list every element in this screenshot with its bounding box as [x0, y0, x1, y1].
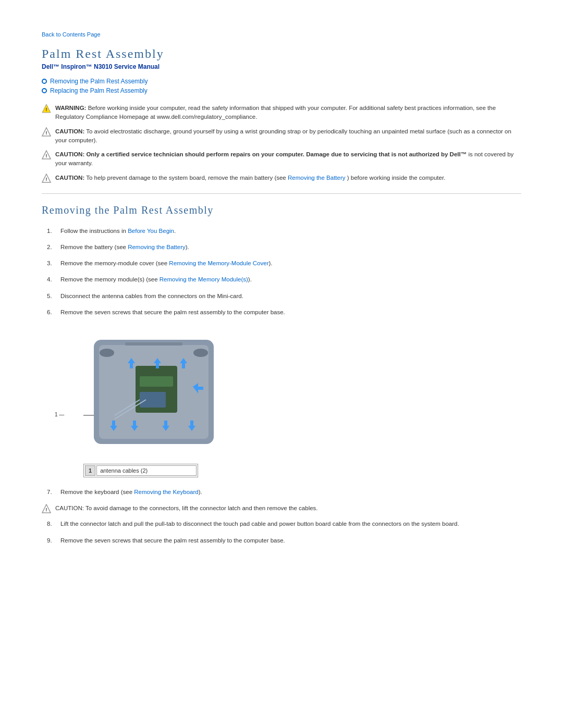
step-2: 2. Remove the battery (see Removing the …: [47, 243, 521, 252]
caution-notice-3: ! CAUTION: To help prevent damage to the…: [42, 174, 521, 183]
caution-text-1: CAUTION: To avoid electrostatic discharg…: [55, 127, 521, 145]
caution-text-3: CAUTION: To help prevent damage to the s…: [55, 174, 521, 182]
warning-icon: !: [42, 104, 51, 113]
svg-text:!: !: [46, 130, 47, 135]
legend-table: 1 antenna cables (2): [83, 464, 198, 477]
caution-icon-inline: !: [42, 504, 51, 513]
step-7-text: Remove the keyboard (see Removing the Ke…: [60, 488, 202, 497]
step-num-4: 4.: [47, 275, 57, 284]
step-num-9: 9.: [47, 536, 57, 545]
laptop-diagram: [83, 335, 224, 452]
step-5-text: Disconnect the antenna cables from the c…: [60, 292, 243, 301]
toc-link-removing[interactable]: Removing the Palm Rest Assembly: [50, 78, 148, 85]
step-5: 5. Disconnect the antenna cables from th…: [47, 292, 521, 301]
svg-rect-14: [140, 376, 173, 387]
legend-label: antenna cables (2): [96, 465, 197, 476]
step-1-link[interactable]: Before You Begin: [128, 228, 174, 234]
svg-text:!: !: [46, 507, 47, 512]
caution-label-2: CAUTION:: [55, 151, 86, 157]
warning-label: WARNING:: [55, 105, 86, 111]
product-subtitle: Dell™ Inspiron™ N3010 Service Manual: [42, 63, 521, 70]
toc-list: Removing the Palm Rest Assembly Replacin…: [42, 78, 521, 94]
step-num-5: 5.: [47, 292, 57, 301]
caution-icon-3: !: [42, 174, 51, 183]
step-8: 8. Lift the connector latch and pull the…: [47, 520, 521, 528]
steps-list-1: 1. Follow the instructions in Before You…: [47, 227, 521, 317]
toc-link-replacing[interactable]: Replacing the Palm Rest Assembly: [50, 87, 148, 94]
svg-text:!: !: [46, 107, 47, 112]
image-section: 1 —: [83, 335, 224, 453]
warning-notice: ! WARNING: Before working inside your co…: [42, 104, 521, 122]
step-num-6: 6.: [47, 308, 57, 317]
svg-text:!: !: [46, 153, 47, 158]
step-4-link[interactable]: Removing the Memory Module(s): [160, 276, 248, 282]
step-6-text: Remove the seven screws that secure the …: [60, 308, 285, 317]
caution-label-3: CAUTION:: [55, 175, 84, 181]
divider: [42, 193, 521, 194]
svg-point-11: [193, 349, 208, 357]
caution-inline-1: ! CAUTION: To avoid damage to the connec…: [42, 504, 521, 513]
steps-list-2: 7. Remove the keyboard (see Removing the…: [47, 488, 521, 497]
page-title: Palm Rest Assembly: [42, 47, 521, 61]
caution-bold-2: Only a certified service technician shou…: [86, 151, 467, 157]
step-3: 3. Remove the memory-module cover (see R…: [47, 259, 521, 268]
section-title-removing: Removing the Palm Rest Assembly: [42, 204, 521, 216]
caution-suffix-3: ) before working inside the computer.: [347, 175, 446, 181]
caution-link-3[interactable]: Removing the Battery: [288, 175, 346, 181]
step-9-text: Remove the seven screws that secure the …: [60, 536, 285, 545]
svg-text:!: !: [46, 177, 47, 182]
step-1-text: Follow the instructions in Before You Be…: [60, 227, 176, 236]
legend-section: 1 antenna cables (2): [83, 464, 521, 477]
step-4-text: Remove the memory module(s) (see Removin…: [60, 275, 252, 284]
image-wrapper: 1 —: [83, 335, 224, 453]
step-num-1: 1.: [47, 227, 57, 236]
step-7-link[interactable]: Removing the Keyboard: [134, 489, 198, 495]
step-9: 9. Remove the seven screws that secure t…: [47, 536, 521, 545]
caution-notice-2: ! CAUTION: Only a certified service tech…: [42, 150, 521, 168]
step-7: 7. Remove the keyboard (see Removing the…: [47, 488, 521, 497]
step-3-text: Remove the memory-module cover (see Remo…: [60, 259, 273, 268]
step-num-8: 8.: [47, 520, 57, 528]
step-6: 6. Remove the seven screws that secure t…: [47, 308, 521, 317]
legend-row: 1 antenna cables (2): [85, 465, 197, 476]
legend-num: 1: [85, 465, 95, 476]
step-num-3: 3.: [47, 259, 57, 268]
caution-label-inline: CAUTION:: [55, 505, 84, 511]
step-num-2: 2.: [47, 243, 57, 252]
step-8-text: Lift the connector latch and pull the pu…: [60, 520, 459, 528]
caution-body-3: To help prevent damage to the system boa…: [86, 175, 288, 181]
toc-item-removing: Removing the Palm Rest Assembly: [42, 78, 521, 85]
callout-num: 1 —: [55, 412, 64, 417]
step-3-link[interactable]: Removing the Memory-Module Cover: [169, 260, 268, 266]
caution-icon-1: !: [42, 127, 51, 137]
back-to-contents[interactable]: Back to Contents Page: [42, 31, 521, 38]
svg-rect-12: [125, 342, 182, 346]
caution-body-inline: To avoid damage to the connectors, lift …: [85, 505, 318, 511]
steps-list-3: 8. Lift the connector latch and pull the…: [47, 520, 521, 545]
back-link-anchor[interactable]: Back to Contents Page: [42, 31, 101, 38]
caution-text-inline: CAUTION: To avoid damage to the connecto…: [55, 504, 318, 513]
step-2-text: Remove the battery (see Removing the Bat…: [60, 243, 189, 252]
warning-text: WARNING: Before working inside your comp…: [55, 104, 521, 122]
bullet-icon: [42, 79, 47, 84]
toc-item-replacing: Replacing the Palm Rest Assembly: [42, 87, 521, 94]
caution-label-1: CAUTION:: [55, 128, 84, 134]
caution-text-2: CAUTION: Only a certified service techni…: [55, 150, 521, 168]
step-1: 1. Follow the instructions in Before You…: [47, 227, 521, 236]
svg-rect-15: [140, 392, 166, 408]
warning-body: Before working inside your computer, rea…: [55, 105, 496, 120]
caution-notice-1: ! CAUTION: To avoid electrostatic discha…: [42, 127, 521, 145]
caution-body-1: To avoid electrostatic discharge, ground…: [55, 128, 511, 143]
step-4: 4. Remove the memory module(s) (see Remo…: [47, 275, 521, 284]
callout-1: 1 —: [55, 412, 64, 417]
step-num-7: 7.: [47, 488, 57, 497]
step-2-link[interactable]: Removing the Battery: [128, 244, 186, 250]
caution-icon-2: !: [42, 150, 51, 159]
svg-point-10: [100, 349, 114, 357]
bullet-icon-2: [42, 88, 47, 93]
